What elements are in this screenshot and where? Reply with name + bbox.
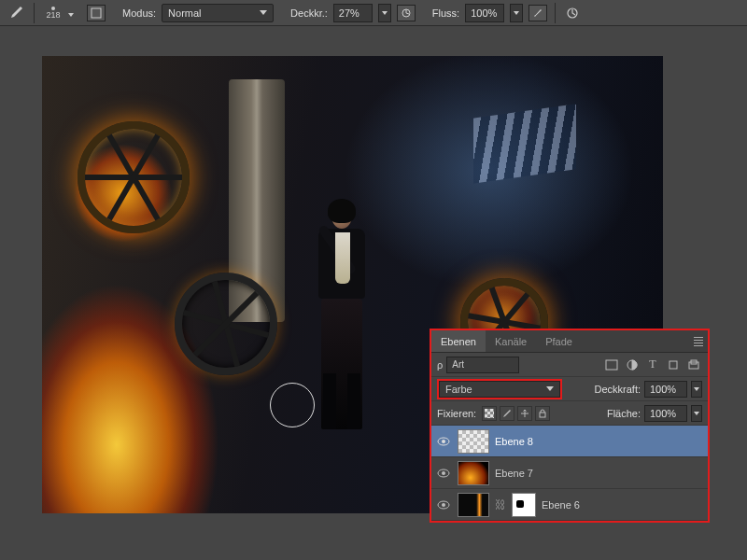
visibility-eye-icon[interactable] [435,497,452,513]
layers-panel-highlight: Ebenen Kanäle Pfade ρ Art T Farbe [430,329,710,523]
panel-menu-icon[interactable] [689,331,708,352]
brush-cursor [270,383,315,427]
layer-row[interactable]: Ebene 8 [431,426,708,457]
layer-thumbnail[interactable] [458,461,489,485]
layer-filter-row: ρ Art T [431,353,708,377]
valve-wheel [175,273,277,375]
panel-tabs: Ebenen Kanäle Pfade [431,330,708,353]
layer-blend-mode-select[interactable]: Farbe [439,381,560,398]
filter-smart-icon[interactable] [685,357,702,372]
fill-caret[interactable] [691,405,702,422]
visibility-eye-icon[interactable] [435,433,452,450]
flow-caret[interactable] [510,4,523,22]
svg-rect-5 [669,361,677,369]
fill-input[interactable]: 100% [644,405,687,422]
layer-name[interactable]: Ebene 7 [495,468,533,479]
divider [34,3,35,23]
brush-panel-toggle[interactable] [87,5,106,21]
blend-mode-highlight: Farbe [437,379,562,399]
layer-row[interactable]: ⛓ Ebene 6 [431,489,708,521]
tab-layers[interactable]: Ebenen [431,330,486,352]
wheel-fire-left [78,121,190,233]
lock-position-icon[interactable] [517,406,532,421]
lock-transparency-icon[interactable] [482,406,497,421]
chevron-down-icon [260,10,267,15]
svg-rect-8 [540,413,545,417]
opacity-label: Deckkr.: [290,7,328,19]
chevron-down-icon [546,386,554,391]
layer-row[interactable]: Ebene 7 [431,457,708,489]
filter-prefix: ρ [437,359,443,371]
divider [555,3,556,23]
svg-rect-0 [92,8,101,18]
tab-channels[interactable]: Kanäle [486,330,536,352]
svg-point-12 [442,471,445,475]
filter-type-text-icon[interactable]: T [644,357,661,372]
tab-paths[interactable]: Pfade [536,330,582,352]
filter-pixel-icon[interactable] [603,357,620,372]
layers-panel: Ebenen Kanäle Pfade ρ Art T Farbe [431,330,708,521]
flow-input[interactable]: 100% [465,4,504,22]
mask-link-icon[interactable]: ⛓ [495,498,506,511]
layer-opacity-caret[interactable] [691,381,702,398]
airbrush-toggle[interactable] [529,5,547,21]
window-light [473,104,576,183]
brush-tool-icon[interactable] [6,3,26,23]
brush-size-value: 218 [46,10,60,20]
layer-list: Ebene 8 Ebene 7 ⛓ Ebene 6 [431,426,708,521]
svg-rect-3 [606,360,617,370]
layer-opacity-label: Deckkraft: [594,384,641,395]
svg-point-10 [442,440,445,443]
person-figure [309,203,374,445]
lock-label: Fixieren: [437,408,476,419]
blend-mode-select[interactable]: Normal [162,4,274,22]
fill-label: Fläche: [607,408,641,419]
lock-all-icon[interactable] [535,406,550,421]
lock-pixels-icon[interactable] [500,406,514,421]
flow-label: Fluss: [432,7,459,19]
filter-type-select[interactable]: Art [446,357,519,373]
layer-thumbnail[interactable] [458,429,489,454]
tablet-pressure-size-toggle[interactable] [563,5,582,21]
opacity-pressure-toggle[interactable] [397,5,416,21]
filter-adjustment-icon[interactable] [624,357,641,372]
opacity-input[interactable]: 27% [333,4,373,22]
layer-opacity-input[interactable]: 100% [644,381,687,398]
brush-preset-picker[interactable]: 218 [42,4,64,22]
opacity-caret[interactable] [378,4,391,22]
blend-opacity-row: Farbe Deckkraft: 100% [431,377,708,401]
filter-shape-icon[interactable] [665,357,682,372]
lock-fill-row: Fixieren: Fläche: 100% [431,401,708,426]
layer-thumbnail[interactable] [458,493,489,517]
layer-mask-thumbnail[interactable] [512,493,536,517]
layer-name[interactable]: Ebene 6 [542,499,580,511]
layer-name[interactable]: Ebene 8 [495,436,533,447]
brush-options-bar: 218 Modus: Normal Deckkr.: 27% Fluss: 10… [0,0,747,26]
visibility-eye-icon[interactable] [435,465,452,482]
blend-mode-label: Modus: [122,7,156,19]
svg-point-14 [442,503,445,507]
